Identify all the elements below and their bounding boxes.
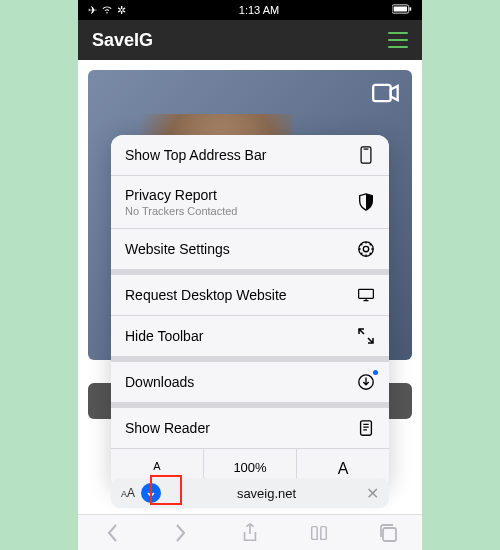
svg-rect-5: [364, 148, 369, 149]
svg-rect-1: [394, 7, 407, 12]
bottom-toolbar: [78, 514, 422, 550]
download-icon: [357, 373, 375, 391]
airplane-icon: ✈: [88, 4, 97, 17]
svg-point-7: [363, 246, 368, 251]
brand-logo: SaveIG: [92, 30, 153, 51]
clear-icon[interactable]: ✕: [366, 484, 379, 503]
svg-rect-3: [373, 85, 391, 101]
menu-hide-toolbar[interactable]: Hide Toolbar: [111, 316, 389, 357]
menu-label: Hide Toolbar: [125, 328, 203, 344]
menu-website-settings[interactable]: Website Settings: [111, 229, 389, 270]
desktop-icon: [357, 286, 375, 304]
menu-label: Show Top Address Bar: [125, 147, 266, 163]
reader-icon: [357, 419, 375, 437]
downloads-badge: [373, 370, 378, 375]
menu-downloads[interactable]: Downloads: [111, 357, 389, 403]
menu-top-address-bar[interactable]: Show Top Address Bar: [111, 135, 389, 176]
site-header: SaveIG: [78, 20, 422, 60]
text-size-button[interactable]: AA: [121, 486, 135, 500]
menu-privacy-report[interactable]: Privacy Report No Trackers Contacted: [111, 176, 389, 229]
svg-rect-10: [361, 421, 372, 435]
phone-icon: [357, 146, 375, 164]
status-time: 1:13 AM: [239, 4, 279, 16]
tabs-icon[interactable]: [378, 523, 398, 543]
hamburger-icon[interactable]: [388, 32, 408, 48]
status-bar: ✈ ✲ 1:13 AM: [78, 0, 422, 20]
share-icon[interactable]: [240, 523, 260, 543]
menu-label: Show Reader: [125, 420, 210, 436]
video-icon: [372, 82, 400, 104]
page-settings-menu: Show Top Address Bar Privacy Report No T…: [111, 135, 389, 489]
forward-icon[interactable]: [171, 523, 191, 543]
menu-label: Downloads: [125, 374, 194, 390]
wifi-icon: [101, 4, 113, 16]
loading-icon: ✲: [117, 4, 126, 17]
back-icon[interactable]: [102, 523, 122, 543]
svg-rect-11: [383, 528, 396, 541]
menu-label: Privacy Report: [125, 187, 217, 203]
gear-icon: [357, 240, 375, 258]
bookmarks-icon[interactable]: [309, 523, 329, 543]
svg-point-6: [359, 242, 373, 256]
shield-icon: [357, 193, 375, 211]
svg-rect-2: [409, 7, 411, 10]
menu-show-reader[interactable]: Show Reader: [111, 403, 389, 449]
svg-rect-8: [359, 289, 374, 298]
menu-label: Website Settings: [125, 241, 230, 257]
phone-frame: ✈ ✲ 1:13 AM SaveIG Show Top Address Bar: [78, 0, 422, 550]
expand-icon: [357, 327, 375, 345]
url-text: saveig.net: [167, 486, 366, 501]
menu-label: Request Desktop Website: [125, 287, 287, 303]
menu-request-desktop[interactable]: Request Desktop Website: [111, 270, 389, 316]
battery-icon: [392, 4, 412, 16]
menu-sublabel: No Trackers Contacted: [125, 205, 238, 217]
highlight-annotation: [150, 475, 182, 505]
